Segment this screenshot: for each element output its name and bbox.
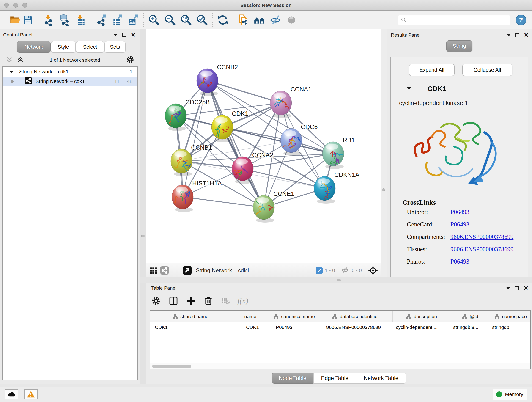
expand-all-button[interactable]: Expand All [409, 64, 455, 76]
network-node-CDC25B[interactable]: CDC25B [165, 99, 210, 131]
splitter-handle[interactable] [382, 188, 385, 191]
scrollbar-thumb[interactable] [152, 365, 191, 368]
cell-canonical-name[interactable]: P06493 [270, 322, 318, 332]
horizontal-splitter[interactable] [140, 277, 532, 283]
gene-entry-header[interactable]: CDK1 [392, 82, 527, 95]
export-network-icon[interactable] [95, 13, 108, 26]
export-image-icon[interactable] [127, 13, 140, 26]
edge-CCNB2-CCNE1[interactable] [207, 81, 264, 207]
tab-style[interactable]: Style [51, 41, 76, 53]
right-splitter[interactable] [381, 29, 387, 278]
add-column-icon[interactable] [185, 295, 196, 307]
panel-menu-icon[interactable] [506, 287, 510, 289]
network-node-RB1[interactable]: RB1 [322, 137, 355, 169]
export-table-icon[interactable] [111, 13, 124, 26]
import-database-icon[interactable] [58, 13, 71, 26]
edge-CCNB2-CCNA1[interactable] [207, 81, 281, 103]
edge-HIST1H1A-CCNE1[interactable] [183, 197, 264, 207]
column-header[interactable]: name [231, 311, 270, 322]
close-panel-icon[interactable]: ✕ [131, 33, 136, 37]
cell-database-identifier[interactable]: 9606.ENSP00000378699 [318, 322, 393, 332]
float-panel-icon[interactable] [122, 33, 126, 37]
import-table-icon[interactable] [74, 13, 87, 26]
copy-network-icon[interactable] [237, 13, 250, 26]
tab-network[interactable]: Network [17, 41, 51, 53]
function-builder-icon[interactable]: f(x) [237, 297, 248, 305]
column-header[interactable]: description [393, 311, 450, 322]
float-panel-icon[interactable] [515, 33, 519, 37]
save-session-icon[interactable] [22, 13, 34, 26]
network-options-gear-icon[interactable] [126, 55, 135, 65]
network-node-HIST1H1A[interactable]: HIST1H1A [167, 180, 222, 212]
import-network-icon[interactable] [42, 13, 55, 26]
show-all-icon[interactable] [285, 13, 298, 26]
panel-menu-icon[interactable] [114, 34, 118, 36]
toolbar-search[interactable] [398, 15, 510, 25]
edge-CCNB2-HIST1H1A[interactable] [183, 81, 207, 197]
splitter-handle[interactable] [141, 235, 145, 237]
panel-menu-icon[interactable] [507, 34, 511, 36]
hidden-eye-slash-icon[interactable] [341, 266, 349, 275]
open-session-icon[interactable] [9, 13, 22, 26]
cell-id[interactable]: stringdb:9... [450, 322, 490, 332]
table-row[interactable]: CDK1 CDK1 P06493 9606.ENSP00000378699 cy… [150, 322, 530, 332]
grid-view-icon[interactable] [148, 265, 159, 276]
cell-namespace[interactable]: stringdb [490, 322, 531, 332]
tissues-link[interactable]: 9606.ENSP00000378699 [450, 246, 513, 253]
genecard-link[interactable]: P06493 [450, 221, 469, 228]
warnings-button[interactable] [24, 389, 38, 399]
uniprot-link[interactable]: P06493 [450, 209, 469, 216]
zoom-fit-icon[interactable] [180, 13, 192, 26]
selected-nodes-checkbox[interactable] [316, 267, 323, 274]
zoom-out-icon[interactable] [164, 13, 177, 26]
network-row[interactable]: String Network – cdk1 11 48 [3, 77, 138, 86]
zoom-selected-icon[interactable] [196, 13, 209, 26]
pharos-link[interactable]: P06493 [450, 258, 469, 265]
network-canvas[interactable]: CCNB2CCNA1CDC25BCDK1CDC6RB1CCNB1CCNA2CDK… [146, 29, 381, 263]
birdseye-view-icon[interactable] [182, 265, 193, 276]
close-panel-icon[interactable]: ✕ [524, 33, 529, 37]
float-panel-icon[interactable] [515, 286, 519, 290]
delete-table-icon[interactable] [220, 295, 231, 307]
left-splitter[interactable] [140, 29, 146, 384]
tree-expander-icon[interactable] [9, 70, 13, 73]
first-neighbors-icon[interactable] [253, 13, 266, 26]
tab-string[interactable]: String [446, 40, 472, 52]
memory-button[interactable]: Memory [493, 389, 527, 400]
cell-shared-name[interactable]: CDK1 [150, 322, 231, 332]
network-view-icon[interactable] [159, 265, 170, 276]
network-node-CCNB2[interactable]: CCNB2 [194, 64, 238, 96]
hide-selected-icon[interactable] [269, 13, 282, 26]
zoom-in-icon[interactable] [147, 13, 160, 26]
cell-name[interactable]: CDK1 [231, 322, 270, 332]
column-header[interactable]: canonical name [270, 311, 318, 322]
entry-expander-icon[interactable] [407, 87, 411, 90]
splitter-handle[interactable] [337, 279, 341, 281]
column-header[interactable]: database identifier [318, 311, 393, 322]
tab-edge-table[interactable]: Edge Table [313, 373, 356, 384]
close-panel-icon[interactable]: ✕ [523, 286, 528, 290]
column-header[interactable]: shared name [150, 311, 231, 322]
collapse-all-button[interactable]: Collapse All [462, 64, 512, 76]
network-graph[interactable]: CCNB2CCNA1CDC25BCDK1CDC6RB1CCNB1CCNA2CDK… [146, 29, 381, 263]
column-header[interactable]: @id [450, 311, 490, 322]
search-input[interactable] [407, 17, 507, 23]
refresh-view-icon[interactable] [216, 13, 229, 26]
expand-all-networks-icon[interactable] [17, 56, 24, 64]
network-collection-row[interactable]: String Network – cdk1 1 [3, 67, 138, 77]
table-options-gear-icon[interactable] [150, 295, 162, 307]
help-icon[interactable]: ? [515, 14, 526, 26]
table-horizontal-scrollbar[interactable] [150, 363, 530, 369]
fit-content-crosshair-icon[interactable] [367, 265, 379, 276]
tab-node-table[interactable]: Node Table [272, 373, 313, 384]
delete-column-icon[interactable] [203, 295, 214, 307]
cell-description[interactable]: cyclin-dependent ... [393, 322, 450, 332]
collapse-all-networks-icon[interactable] [6, 56, 13, 64]
tab-select[interactable]: Select [76, 41, 104, 53]
cloud-button[interactable] [5, 389, 18, 399]
column-header[interactable]: namespace [490, 311, 531, 322]
show-columns-icon[interactable] [168, 295, 179, 307]
tab-sets[interactable]: Sets [104, 41, 126, 53]
tab-network-table[interactable]: Network Table [356, 373, 406, 384]
compartments-link[interactable]: 9606.ENSP00000378699 [450, 233, 513, 240]
